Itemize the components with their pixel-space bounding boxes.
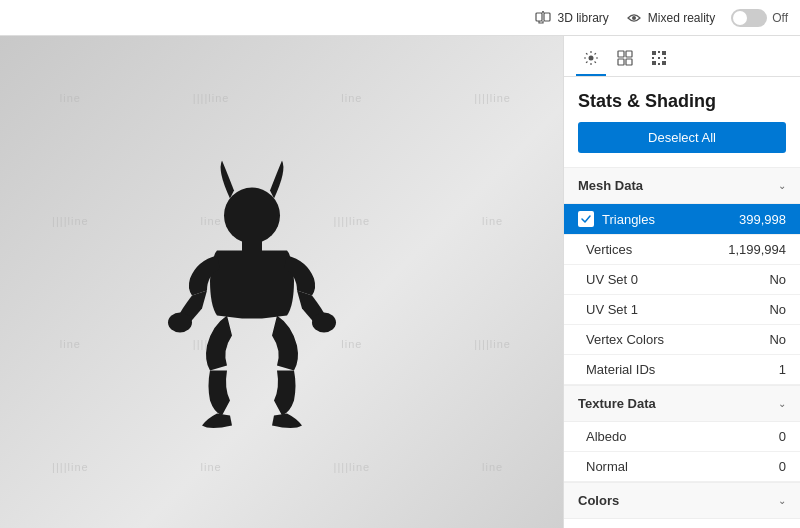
panel-content: Stats & Shading Deselect All Mesh Data ⌄…	[564, 77, 800, 528]
normal-label: Normal	[586, 459, 628, 474]
wm-9: line	[0, 282, 141, 405]
uvset1-label: UV Set 1	[586, 302, 638, 317]
check-icon	[581, 215, 591, 223]
mesh-data-chevron[interactable]: ⌄	[778, 180, 786, 191]
albedo-label: Albedo	[586, 429, 626, 444]
wm-1: line	[0, 36, 141, 159]
wm-2: ||||line	[141, 36, 282, 159]
uvset0-label: UV Set 0	[586, 272, 638, 287]
svg-rect-11	[626, 59, 632, 65]
albedo-row: Albedo 0	[564, 422, 800, 452]
vertices-value: 1,199,994	[728, 242, 786, 257]
uvset0-value: No	[769, 272, 786, 287]
top-bar: 3D library Mixed reality Off	[0, 0, 800, 36]
tab-pattern[interactable]	[644, 46, 674, 76]
wm-16: line	[422, 405, 563, 528]
svg-point-2	[632, 16, 636, 20]
mesh-data-header: Mesh Data ⌄	[564, 167, 800, 204]
vertex-colors-value: No	[769, 332, 786, 347]
svg-rect-0	[536, 13, 542, 21]
tab-settings[interactable]	[576, 46, 606, 76]
svg-rect-9	[626, 51, 632, 57]
albedo-value: 0	[779, 429, 786, 444]
svg-rect-10	[618, 59, 624, 65]
library-icon	[534, 9, 552, 27]
toggle-thumb	[733, 11, 747, 25]
material-ids-label: Material IDs	[586, 362, 655, 377]
normal-value: 0	[779, 459, 786, 474]
display-icon	[617, 50, 633, 66]
wm-5: ||||line	[0, 159, 141, 282]
panel-tabs	[564, 36, 800, 77]
colors-header: Colors ⌄	[564, 482, 800, 519]
triangles-left: Triangles	[578, 211, 655, 227]
toggle-track[interactable]	[731, 9, 767, 27]
texture-data-header: Texture Data ⌄	[564, 385, 800, 422]
library-label: 3D library	[557, 11, 608, 25]
colors-chevron[interactable]: ⌄	[778, 495, 786, 506]
vertex-colors-row: Vertex Colors No	[564, 325, 800, 355]
svg-rect-1	[544, 13, 550, 21]
uvset1-value: No	[769, 302, 786, 317]
main-area: line ||||line line ||||line ||||line lin…	[0, 36, 800, 528]
svg-point-5	[168, 313, 192, 333]
material-ids-row: Material IDs 1	[564, 355, 800, 385]
triangles-value: 399,998	[739, 212, 786, 227]
colors-title: Colors	[578, 493, 619, 508]
settings-icon	[583, 50, 599, 66]
uvset1-row: UV Set 1 No	[564, 295, 800, 325]
svg-rect-8	[618, 51, 624, 57]
vertices-label: Vertices	[586, 242, 632, 257]
panel-title: Stats & Shading	[564, 77, 800, 122]
wm-3: line	[282, 36, 423, 159]
triangles-checkbox[interactable]	[578, 211, 594, 227]
wm-13: ||||line	[0, 405, 141, 528]
svg-point-6	[312, 313, 336, 333]
wm-12: ||||line	[422, 282, 563, 405]
mixed-reality-button[interactable]: Mixed reality	[625, 9, 715, 27]
normal-row: Normal 0	[564, 452, 800, 482]
svg-point-7	[589, 56, 594, 61]
uvset0-row: UV Set 0 No	[564, 265, 800, 295]
mesh-data-title: Mesh Data	[578, 178, 643, 193]
mixed-reality-icon	[625, 9, 643, 27]
model-figure	[152, 161, 352, 431]
library-button[interactable]: 3D library	[534, 9, 608, 27]
toggle-label: Off	[772, 11, 788, 25]
wm-8: line	[422, 159, 563, 282]
mixed-reality-label: Mixed reality	[648, 11, 715, 25]
vertices-row: Vertices 1,199,994	[564, 235, 800, 265]
tab-display[interactable]	[610, 46, 640, 76]
vertex-colors-label: Vertex Colors	[586, 332, 664, 347]
mixed-reality-toggle[interactable]: Off	[731, 9, 788, 27]
deselect-all-button[interactable]: Deselect All	[578, 122, 786, 153]
texture-data-chevron[interactable]: ⌄	[778, 398, 786, 409]
triangles-row[interactable]: Triangles 399,998	[564, 204, 800, 235]
viewport[interactable]: line ||||line line ||||line ||||line lin…	[0, 36, 563, 528]
svg-point-3	[224, 188, 280, 244]
triangles-label: Triangles	[602, 212, 655, 227]
material-ids-value: 1	[779, 362, 786, 377]
wm-4: ||||line	[422, 36, 563, 159]
texture-data-title: Texture Data	[578, 396, 656, 411]
right-panel: Stats & Shading Deselect All Mesh Data ⌄…	[563, 36, 800, 528]
pattern-icon	[651, 50, 667, 66]
